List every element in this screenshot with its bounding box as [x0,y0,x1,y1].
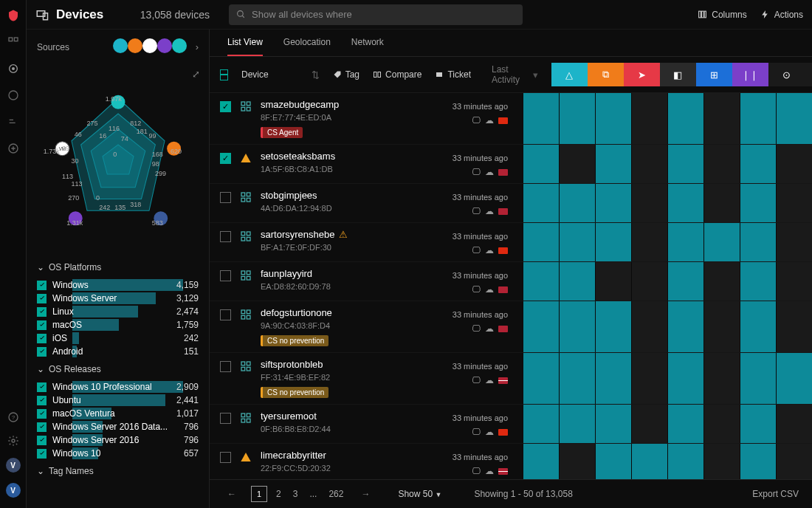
filter-row[interactable]: Windows4,159 [27,278,209,292]
row-checkbox[interactable] [220,101,231,112]
avatar[interactable]: V [6,458,21,473]
section-os-platforms[interactable]: ⌄ OS Platforms [27,256,209,278]
page-number[interactable]: 262 [326,489,346,499]
search-input[interactable]: Show all devices where [229,4,523,25]
grid-header-cell[interactable]: ❘❘ [732,63,768,86]
ticket-button[interactable]: Ticket [435,69,471,80]
device-grid-icon [240,360,252,398]
page-size[interactable]: Show 50 ▼ [398,489,441,499]
actions-button[interactable]: Actions [760,10,803,20]
filter-checkbox[interactable] [37,382,47,392]
device-row[interactable]: faunplayyirdEA:D8:82:60:D9:7833 minutes … [210,262,812,301]
row-checkbox[interactable] [220,231,231,242]
filter-checkbox[interactable] [37,436,47,445]
tab-list[interactable]: List View [227,30,263,56]
filter-row[interactable]: macOS Ventura1,017 [27,407,209,420]
grid-header-cell[interactable]: ➤ [624,63,660,86]
chevron-right-icon[interactable]: › [196,41,199,52]
filter-checkbox[interactable] [37,294,47,303]
filter-checkbox[interactable] [37,347,47,357]
source-chip[interactable] [142,38,157,53]
row-checkbox[interactable] [220,309,231,320]
source-chip[interactable] [113,38,128,53]
grid-header-cell[interactable]: ◧ [660,63,696,86]
source-chip[interactable] [128,38,142,53]
device-row[interactable]: tyersuremoot0F:B6:B8:E8:D2:4433 minutes … [210,405,812,444]
filter-row[interactable]: Windows Server 2016796 [27,433,209,447]
grid-cell [776,184,812,222]
grid-header-cell[interactable]: ⊞ [696,63,732,86]
grid-cell [559,301,595,352]
filter-row[interactable]: Android151 [27,345,209,358]
tab-network[interactable]: Network [351,30,384,56]
nav-icon-2[interactable] [7,62,20,75]
filter-row[interactable]: Windows 10 Professional2,909 [27,380,209,394]
filter-checkbox[interactable] [37,320,47,330]
nav-icon-1[interactable] [7,35,20,49]
expand-icon[interactable]: ⤢ [192,69,200,80]
row-checkbox[interactable] [220,452,231,463]
page-number[interactable]: 3 [290,489,301,499]
row-checkbox[interactable] [220,270,231,281]
compare-button[interactable]: Compare [373,69,422,80]
monitor-icon: 🖵 [472,167,481,177]
grid-header-cell[interactable]: ⊚ [805,63,812,86]
columns-button[interactable]: Columns [698,10,746,20]
filter-checkbox[interactable] [37,396,47,405]
filter-row[interactable]: Windows 10657 [27,447,209,460]
grid-header-cell[interactable]: ⧉ [588,63,624,86]
filter-row[interactable]: Linux2,474 [27,305,209,318]
cloud-icon: ☁ [485,375,494,385]
source-chip[interactable] [172,38,187,53]
next-page-icon[interactable]: → [357,489,374,499]
filter-checkbox[interactable] [37,422,47,432]
row-checkbox[interactable] [220,361,231,372]
filter-row[interactable]: iOS242 [27,332,209,345]
select-all-checkbox[interactable] [220,69,228,80]
filter-checkbox[interactable] [37,449,47,459]
device-row[interactable]: siftsprotonblebFF:31:4E:9B:EF:82CS no pr… [210,353,812,405]
page-number[interactable]: 1 [251,486,267,502]
section-os-releases[interactable]: ⌄ OS Releases [27,358,209,380]
device-row[interactable]: defogsturtionone9A:90:C4:03:8F:D4CS no p… [210,301,812,353]
svg-rect-1 [14,38,18,41]
filter-checkbox[interactable] [37,307,47,317]
filter-row[interactable]: Windows Server3,129 [27,292,209,305]
gear-icon[interactable] [7,434,20,447]
row-checkbox[interactable] [220,153,231,164]
tab-geo[interactable]: Geolocation [283,30,331,56]
nav-icon-3[interactable] [7,89,20,102]
device-row[interactable]: limecrabbyritter22:F9:CC:5D:20:3233 minu… [210,444,812,479]
filter-row[interactable]: macOS1,759 [27,318,209,332]
device-row[interactable]: setoseteaksbams1A:5F:6B:C8:A1:DB33 minut… [210,145,812,184]
help-icon[interactable]: ? [7,411,20,424]
grid-cell [631,93,667,144]
col-device[interactable]: Device [241,69,269,80]
avatar-2[interactable]: V [6,483,21,498]
device-row[interactable]: stobgimpjees4A:D6:DA:12:94:8D33 minutes … [210,184,812,223]
logo-icon[interactable] [7,9,20,22]
page-number[interactable]: ... [306,489,320,499]
source-chip[interactable] [157,38,172,53]
device-row[interactable]: smazebudgecamp8F:E7:77:4E:ED:0ACS Agent3… [210,93,812,145]
filter-row[interactable]: Ubuntu2,441 [27,394,209,407]
page-number[interactable]: 2 [273,489,284,499]
section-tag-names[interactable]: ⌄ Tag Names [27,460,209,482]
grid-cell [776,223,812,261]
row-checkbox[interactable] [220,413,231,424]
device-row[interactable]: sartorsyrenshebe⚠BF:A1:7E:0F:DF:3033 min… [210,223,812,262]
nav-icon-5[interactable] [7,142,20,155]
svg-rect-18 [247,102,250,106]
prev-page-icon[interactable]: ← [223,489,241,499]
filter-checkbox[interactable] [37,334,47,343]
filter-checkbox[interactable] [37,281,47,290]
filter-checkbox[interactable] [37,409,47,419]
export-csv[interactable]: Export CSV [738,489,799,499]
col-activity[interactable]: Last Activity [492,64,520,85]
nav-icon-4[interactable] [7,115,20,128]
row-checkbox[interactable] [220,192,231,203]
tag-button[interactable]: Tag [333,69,359,80]
grid-header-cell[interactable]: △ [551,63,588,86]
filter-row[interactable]: Windows Server 2016 Data...796 [27,420,209,433]
grid-header-cell[interactable]: ⊙ [768,63,805,86]
